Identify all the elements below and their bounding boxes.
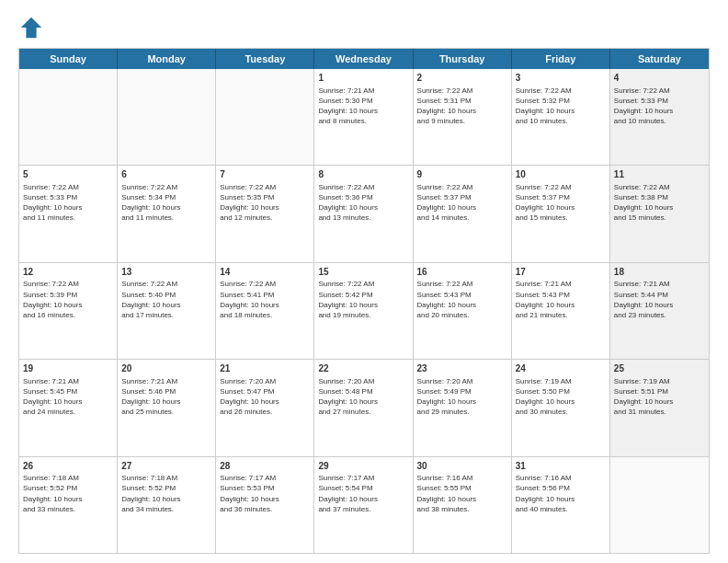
calendar-cell: 5Sunrise: 7:22 AMSunset: 5:33 PMDaylight… [19,166,118,261]
calendar-cell: 7Sunrise: 7:22 AMSunset: 5:35 PMDaylight… [216,166,314,261]
cell-content: Sunrise: 7:16 AMSunset: 5:55 PMDaylight:… [417,473,507,514]
calendar-cell: 28Sunrise: 7:17 AMSunset: 5:53 PMDayligh… [216,457,314,553]
header [18,15,710,40]
cell-content: Sunrise: 7:18 AMSunset: 5:52 PMDaylight:… [23,473,113,514]
day-number: 30 [417,460,507,473]
day-number: 23 [417,362,507,375]
header-saturday: Saturday [610,49,709,69]
day-number: 28 [220,460,310,473]
cell-content: Sunrise: 7:22 AMSunset: 5:32 PMDaylight:… [516,86,606,127]
cell-content: Sunrise: 7:20 AMSunset: 5:48 PMDaylight:… [318,376,408,418]
cell-content: Sunrise: 7:22 AMSunset: 5:31 PMDaylight:… [417,86,507,127]
calendar-cell: 6Sunrise: 7:22 AMSunset: 5:34 PMDaylight… [118,166,216,261]
cell-content: Sunrise: 7:22 AMSunset: 5:34 PMDaylight:… [121,182,211,224]
calendar-cell: 15Sunrise: 7:22 AMSunset: 5:42 PMDayligh… [314,263,413,359]
calendar: Sunday Monday Tuesday Wednesday Thursday… [18,48,710,554]
day-number: 31 [516,460,606,473]
cell-content: Sunrise: 7:22 AMSunset: 5:37 PMDaylight:… [516,182,606,224]
calendar-cell: 4Sunrise: 7:22 AMSunset: 5:33 PMDaylight… [610,69,709,165]
cell-content: Sunrise: 7:20 AMSunset: 5:47 PMDaylight:… [220,376,310,418]
day-number: 9 [417,168,507,181]
cell-content: Sunrise: 7:19 AMSunset: 5:51 PMDaylight:… [614,376,705,418]
calendar-cell: 26Sunrise: 7:18 AMSunset: 5:52 PMDayligh… [19,457,118,553]
calendar-cell: 13Sunrise: 7:22 AMSunset: 5:40 PMDayligh… [118,263,216,359]
day-number: 1 [318,72,408,85]
cell-content: Sunrise: 7:22 AMSunset: 5:38 PMDaylight:… [614,182,705,224]
calendar-cell: 25Sunrise: 7:19 AMSunset: 5:51 PMDayligh… [610,360,709,455]
cell-content: Sunrise: 7:21 AMSunset: 5:45 PMDaylight:… [23,376,113,418]
cell-content: Sunrise: 7:18 AMSunset: 5:52 PMDaylight:… [121,473,211,514]
day-number: 14 [220,266,310,279]
cell-content: Sunrise: 7:21 AMSunset: 5:46 PMDaylight:… [121,376,211,418]
cell-content: Sunrise: 7:22 AMSunset: 5:40 PMDaylight:… [121,279,211,320]
cell-content: Sunrise: 7:22 AMSunset: 5:33 PMDaylight:… [23,182,113,224]
calendar-cell: 2Sunrise: 7:22 AMSunset: 5:31 PMDaylight… [414,69,512,165]
calendar-row-1: 1Sunrise: 7:21 AMSunset: 5:30 PMDaylight… [19,69,709,166]
day-number: 2 [417,72,507,85]
calendar-cell: 14Sunrise: 7:22 AMSunset: 5:41 PMDayligh… [216,263,314,359]
cell-content: Sunrise: 7:22 AMSunset: 5:37 PMDaylight:… [417,182,507,224]
day-number: 21 [220,362,310,375]
cell-content: Sunrise: 7:22 AMSunset: 5:33 PMDaylight:… [614,86,705,127]
calendar-cell: 29Sunrise: 7:17 AMSunset: 5:54 PMDayligh… [314,457,413,553]
day-number: 16 [417,266,507,279]
calendar-cell: 9Sunrise: 7:22 AMSunset: 5:37 PMDaylight… [414,166,512,261]
day-number: 8 [318,168,408,181]
calendar-cell: 24Sunrise: 7:19 AMSunset: 5:50 PMDayligh… [512,360,610,455]
cell-content: Sunrise: 7:22 AMSunset: 5:42 PMDaylight:… [318,279,408,320]
day-number: 18 [614,266,705,279]
day-number: 20 [121,362,211,375]
cell-content: Sunrise: 7:22 AMSunset: 5:39 PMDaylight:… [23,279,113,320]
day-number: 13 [121,266,211,279]
calendar-cell: 16Sunrise: 7:22 AMSunset: 5:43 PMDayligh… [414,263,512,359]
day-number: 24 [516,362,606,375]
day-number: 26 [23,460,113,473]
calendar-cell: 22Sunrise: 7:20 AMSunset: 5:48 PMDayligh… [314,360,413,455]
header-monday: Monday [118,49,216,69]
calendar-row-5: 26Sunrise: 7:18 AMSunset: 5:52 PMDayligh… [19,457,709,553]
calendar-cell [216,69,314,165]
cell-content: Sunrise: 7:22 AMSunset: 5:41 PMDaylight:… [220,279,310,320]
calendar-cell [19,69,118,165]
day-number: 15 [318,266,408,279]
calendar-header: Sunday Monday Tuesday Wednesday Thursday… [19,49,709,69]
day-number: 25 [614,362,705,375]
calendar-cell: 21Sunrise: 7:20 AMSunset: 5:47 PMDayligh… [216,360,314,455]
calendar-cell: 12Sunrise: 7:22 AMSunset: 5:39 PMDayligh… [19,263,118,359]
header-sunday: Sunday [19,49,118,69]
calendar-body: 1Sunrise: 7:21 AMSunset: 5:30 PMDaylight… [19,69,709,553]
calendar-row-3: 12Sunrise: 7:22 AMSunset: 5:39 PMDayligh… [19,263,709,360]
header-thursday: Thursday [414,49,512,69]
calendar-cell: 19Sunrise: 7:21 AMSunset: 5:45 PMDayligh… [19,360,118,455]
calendar-cell: 30Sunrise: 7:16 AMSunset: 5:55 PMDayligh… [414,457,512,553]
calendar-cell: 18Sunrise: 7:21 AMSunset: 5:44 PMDayligh… [610,263,709,359]
page: Sunday Monday Tuesday Wednesday Thursday… [0,0,728,563]
cell-content: Sunrise: 7:19 AMSunset: 5:50 PMDaylight:… [516,376,606,418]
day-number: 4 [614,72,705,85]
day-number: 17 [516,266,606,279]
cell-content: Sunrise: 7:17 AMSunset: 5:53 PMDaylight:… [220,473,310,514]
logo [18,15,48,40]
day-number: 10 [516,168,606,181]
cell-content: Sunrise: 7:21 AMSunset: 5:44 PMDaylight:… [614,279,705,320]
calendar-cell: 17Sunrise: 7:21 AMSunset: 5:43 PMDayligh… [512,263,610,359]
calendar-cell: 31Sunrise: 7:16 AMSunset: 5:56 PMDayligh… [512,457,610,553]
calendar-row-4: 19Sunrise: 7:21 AMSunset: 5:45 PMDayligh… [19,360,709,456]
header-friday: Friday [512,49,610,69]
cell-content: Sunrise: 7:22 AMSunset: 5:36 PMDaylight:… [318,182,408,224]
header-tuesday: Tuesday [216,49,314,69]
day-number: 6 [121,168,211,181]
header-wednesday: Wednesday [314,49,413,69]
cell-content: Sunrise: 7:21 AMSunset: 5:43 PMDaylight:… [516,279,606,320]
calendar-cell: 1Sunrise: 7:21 AMSunset: 5:30 PMDaylight… [314,69,413,165]
day-number: 27 [121,460,211,473]
day-number: 11 [614,168,705,181]
cell-content: Sunrise: 7:16 AMSunset: 5:56 PMDaylight:… [516,473,606,514]
calendar-cell: 11Sunrise: 7:22 AMSunset: 5:38 PMDayligh… [610,166,709,261]
day-number: 19 [23,362,113,375]
calendar-cell [610,457,709,553]
calendar-cell: 27Sunrise: 7:18 AMSunset: 5:52 PMDayligh… [118,457,216,553]
cell-content: Sunrise: 7:22 AMSunset: 5:35 PMDaylight:… [220,182,310,224]
day-number: 22 [318,362,408,375]
calendar-cell: 10Sunrise: 7:22 AMSunset: 5:37 PMDayligh… [512,166,610,261]
